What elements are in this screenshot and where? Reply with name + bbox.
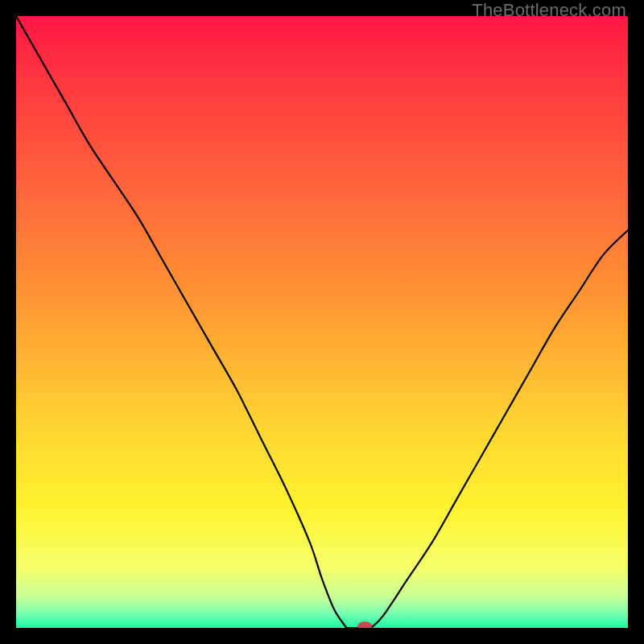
gradient-background bbox=[16, 16, 628, 628]
watermark-text: TheBottleneck.com bbox=[472, 0, 626, 21]
bottleneck-chart bbox=[16, 16, 628, 628]
